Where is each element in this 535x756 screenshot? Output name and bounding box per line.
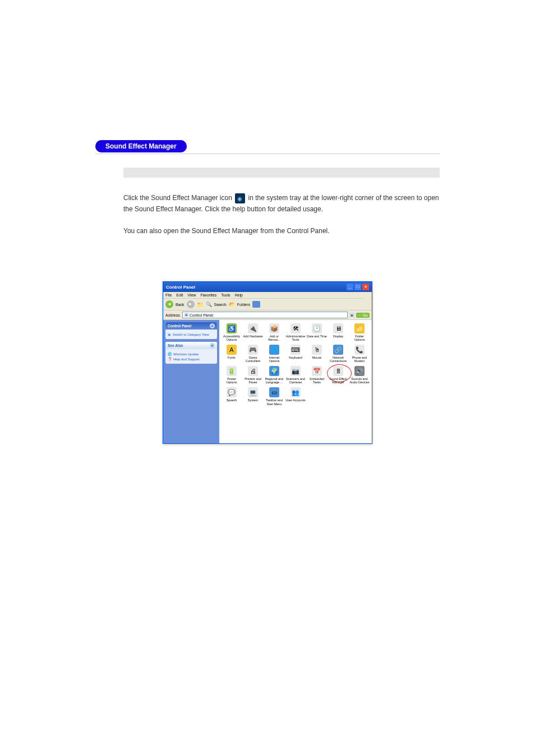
cp-item-system[interactable]: 💻System xyxy=(243,387,263,405)
help-support-link[interactable]: ❓ Help and Support xyxy=(168,357,215,361)
paragraph-1: Click the Sound Effect Manager icon in t… xyxy=(123,192,440,215)
item-icon: 🕑 xyxy=(312,323,322,333)
go-button[interactable]: → Go xyxy=(356,313,370,318)
control-panel-pane: Control Panel ▲ ▣ Switch to Category Vie… xyxy=(165,322,217,339)
cp-item-network-connections[interactable]: 🔗Network Connections xyxy=(328,345,348,363)
cp-item-fonts[interactable]: AFonts xyxy=(222,345,242,363)
up-folder-icon[interactable]: 📁 xyxy=(197,302,204,308)
cp-item-sounds-and-audio-devices[interactable]: 🔊Sounds and Audio Devices xyxy=(349,366,370,384)
item-label: Display xyxy=(333,335,343,338)
cp-item-game-controllers[interactable]: 🎮Game Controllers xyxy=(243,345,263,363)
address-input[interactable]: ▣ Control Panel xyxy=(182,312,348,318)
search-label: Search xyxy=(214,303,227,307)
item-icon: ⌨ xyxy=(290,345,301,355)
close-button[interactable]: × xyxy=(362,284,369,290)
windows-update-link[interactable]: 🌐 Windows Update xyxy=(168,352,215,356)
item-icon: 🖨 xyxy=(248,366,258,376)
cp-item-scanners-and-cameras[interactable]: 📷Scanners and Cameras xyxy=(285,366,306,384)
cp-item-internet-options[interactable]: 🌐Internet Options xyxy=(264,345,284,363)
cp-item-sound-effect-manager[interactable]: 🎚Sound Effect Manager xyxy=(328,366,348,384)
item-label: Date and Time xyxy=(307,335,327,338)
item-label: Taskbar and Start Menu xyxy=(264,398,284,405)
control-panel-window: Control Panel _ □ × File Edit View Favor… xyxy=(163,281,372,444)
back-label: Back xyxy=(176,303,185,307)
folders-label: Folders xyxy=(237,303,250,307)
cp-item-folder-options[interactable]: 📁Folder Options xyxy=(349,323,370,341)
forward-button[interactable]: ► xyxy=(187,300,195,308)
maximize-button[interactable]: □ xyxy=(354,284,361,290)
item-label: Sounds and Audio Devices xyxy=(349,377,370,384)
para1-text-a: Click the Sound Effect Manager icon xyxy=(123,194,234,202)
item-icon: 🔗 xyxy=(333,345,343,355)
menu-help[interactable]: Help xyxy=(235,293,243,297)
cp-item-administrative-tools[interactable]: 🛠Administrative Tools xyxy=(285,323,306,341)
cp-item-regional-and-language-[interactable]: 🌍Regional and Language ... xyxy=(264,366,284,384)
menubar: File Edit View Favorites Tools Help xyxy=(163,292,372,299)
cp-item-add-or-remov-[interactable]: 📦Add or Remov... xyxy=(264,323,284,341)
collapse-icon[interactable]: ▲ xyxy=(210,323,215,328)
item-label: Fonts xyxy=(228,356,236,359)
question-icon: ❓ xyxy=(168,357,172,361)
item-label: Mouse xyxy=(312,356,322,359)
item-icon: 🔌 xyxy=(248,323,258,333)
menu-view[interactable]: View xyxy=(187,293,196,297)
window-title: Control Panel xyxy=(166,285,195,290)
grey-bar xyxy=(123,168,440,178)
item-label: Add Hardware xyxy=(243,335,262,338)
minimize-button[interactable]: _ xyxy=(347,284,353,290)
item-icon: 👥 xyxy=(290,387,301,397)
paragraph-2: You can also open the Sound Effect Manag… xyxy=(123,225,440,236)
item-icon: 🌍 xyxy=(269,366,279,376)
sound-effect-tray-icon xyxy=(235,193,245,203)
address-label: Address xyxy=(165,313,180,317)
menu-tools[interactable]: Tools xyxy=(221,293,230,297)
menu-favorites[interactable]: Favorites xyxy=(200,293,216,297)
cp-item-taskbar-and-start-menu[interactable]: ▭Taskbar and Start Menu xyxy=(264,387,284,405)
item-icon: 📦 xyxy=(269,323,279,333)
cp-item-user-accounts[interactable]: 👥User Accounts xyxy=(285,387,306,405)
folders-icon[interactable]: 📂 xyxy=(229,302,235,307)
globe-icon: 🌐 xyxy=(168,352,172,356)
item-icon: 🌐 xyxy=(269,345,279,355)
cp-item-display[interactable]: 🖥Display xyxy=(328,323,348,341)
cp-item-mouse[interactable]: 🖱Mouse xyxy=(307,345,327,363)
switch-view-link[interactable]: ▣ Switch to Category View xyxy=(168,332,215,336)
cp-item-power-options[interactable]: 🔋Power Options xyxy=(222,366,242,384)
item-icon: 🎚 xyxy=(333,366,343,376)
item-label: Accessibility Options xyxy=(222,335,242,341)
menu-file[interactable]: File xyxy=(165,293,172,297)
item-icon: 💻 xyxy=(248,387,258,397)
pane-header-label: Control Panel xyxy=(168,324,191,328)
switch-icon: ▣ xyxy=(168,332,171,336)
item-icon: 📷 xyxy=(290,366,301,376)
see-also-label: See Also xyxy=(168,344,183,347)
back-button[interactable]: ◄ xyxy=(165,300,173,308)
titlebar[interactable]: Control Panel _ □ × xyxy=(163,282,372,292)
search-icon[interactable]: 🔍 xyxy=(206,302,212,307)
item-label: Power Options xyxy=(222,377,242,384)
cp-item-keyboard[interactable]: ⌨Keyboard xyxy=(285,345,306,363)
see-also-pane: See Also ▲ 🌐 Windows Update ❓ Help and S… xyxy=(165,342,217,364)
cp-item-scheduled-tasks[interactable]: 📅Scheduled Tasks xyxy=(307,366,327,384)
cp-item-add-hardware[interactable]: 🔌Add Hardware xyxy=(243,323,263,341)
address-dropdown[interactable]: ▾ xyxy=(350,313,354,317)
item-icon: 🖱 xyxy=(312,345,322,355)
views-button[interactable] xyxy=(252,301,260,308)
cp-item-date-and-time[interactable]: 🕑Date and Time xyxy=(307,323,327,341)
cp-item-phone-and-modem[interactable]: 📞Phone and Modem xyxy=(349,345,370,363)
address-icon: ▣ xyxy=(185,313,188,317)
cp-item-accessibility-options[interactable]: ♿Accessibility Options xyxy=(222,323,242,341)
cp-item-printers-and-faxes[interactable]: 🖨Printers and Faxes xyxy=(243,366,263,384)
item-icon: 📅 xyxy=(312,366,322,376)
item-label: Sound Effect Manager xyxy=(328,377,348,384)
collapse-icon[interactable]: ▲ xyxy=(210,343,215,348)
item-label: Scanners and Cameras xyxy=(285,377,306,384)
item-icon: 💬 xyxy=(227,387,237,397)
item-label: Phone and Modem xyxy=(349,356,370,363)
address-bar: Address ▣ Control Panel ▾ → Go xyxy=(163,310,372,320)
item-label: Administrative Tools xyxy=(285,335,306,341)
item-label: Game Controllers xyxy=(243,356,263,363)
cp-item-speech[interactable]: 💬Speech xyxy=(222,387,242,405)
menu-edit[interactable]: Edit xyxy=(176,293,183,297)
item-icon: 🔋 xyxy=(227,366,237,376)
